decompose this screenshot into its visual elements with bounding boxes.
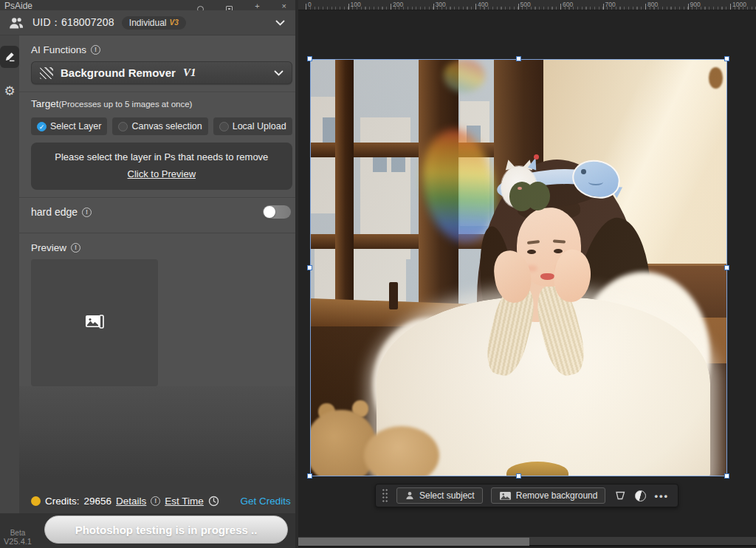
panel-title: PsAide <box>4 2 32 10</box>
plan-badge: Individual V3 <box>122 16 186 30</box>
settings-tool-button[interactable]: ⚙ <box>0 80 19 102</box>
ruler-tick-label: 0 <box>308 1 312 8</box>
pen-icon <box>4 51 16 63</box>
details-link[interactable]: Details <box>116 496 146 507</box>
target-option-label: Select Layer <box>50 121 101 131</box>
divider <box>19 92 301 93</box>
ruler-tick-label: 300 <box>436 1 446 8</box>
chevron-down-icon <box>274 70 284 76</box>
credits-coin-icon <box>31 496 41 506</box>
status-button[interactable]: Photoshop testing is in progress .. <box>44 516 288 544</box>
hard-edge-toggle[interactable] <box>263 205 291 219</box>
remove-background-button[interactable]: Remove background <box>491 487 606 504</box>
info-icon[interactable]: ! <box>71 243 80 253</box>
ruler-tick-label: 800 <box>647 1 658 8</box>
light-overlay <box>310 59 727 476</box>
selection-handle[interactable] <box>724 265 729 270</box>
radio-icon <box>118 122 128 131</box>
hard-edge-label: hard edge <box>31 206 78 218</box>
app-window: PsAide + × UID：618007208 Individual V3 <box>0 0 756 548</box>
horizontal-scrollbar[interactable] <box>298 537 756 547</box>
chevron-down-icon[interactable] <box>275 20 285 26</box>
divider <box>19 233 301 233</box>
plan-version: V3 <box>170 18 179 27</box>
ruler-tick-label: 1000 <box>732 1 746 8</box>
users-icon <box>7 16 25 30</box>
info-icon[interactable]: ! <box>151 496 160 506</box>
layout-icon[interactable] <box>226 6 233 10</box>
hard-edge-row: hard edge ! <box>19 199 301 225</box>
ruler-tick-label: 500 <box>520 1 531 8</box>
selection-handle[interactable] <box>724 56 729 61</box>
adjustment-icon[interactable] <box>635 490 646 501</box>
ruler-tick-label: 600 <box>563 1 573 8</box>
preview-placeholder[interactable] <box>31 259 158 386</box>
ruler-tick-label: 100 <box>351 1 361 8</box>
photoshop-canvas-pane: 01002003004005006007008009001000 <box>295 0 756 548</box>
click-to-preview-link[interactable]: Click to Preview <box>128 168 196 179</box>
target-option-label: Local Upload <box>233 121 286 131</box>
version-block: Beta V25.4.1 <box>1 529 34 546</box>
image-placeholder-icon <box>83 313 106 332</box>
info-icon[interactable]: ! <box>91 45 100 55</box>
ruler: 01002003004005006007008009001000 <box>298 0 756 10</box>
panel-spacer <box>19 386 301 488</box>
target-option-canvas-selection[interactable]: Canvas selection <box>112 117 207 135</box>
panel-content: AI Functions ! Background Remover V1 Tar… <box>19 35 301 513</box>
ai-functions-header: AI Functions ! <box>19 44 301 55</box>
more-options-button[interactable]: ••• <box>654 490 669 501</box>
target-option-label: Canvas selection <box>131 121 202 131</box>
toggle-knob <box>264 206 275 218</box>
function-dropdown[interactable]: Background Remover V1 <box>31 61 292 84</box>
canvas-area[interactable]: Select subject Remove background ••• <box>298 10 756 548</box>
transform-icon[interactable] <box>614 490 627 501</box>
clock-icon <box>208 496 219 507</box>
info-icon[interactable]: ! <box>82 208 92 217</box>
radio-selected-icon: ✓ <box>37 122 47 131</box>
ruler-tick-label: 700 <box>605 1 616 8</box>
selection-handle[interactable] <box>516 56 521 61</box>
edit-tool-button[interactable] <box>0 46 19 68</box>
selection-handle[interactable] <box>307 473 312 479</box>
target-options: ✓Select LayerCanvas selectionLocal Uploa… <box>19 117 301 135</box>
function-stripes-icon <box>40 67 53 79</box>
account-row[interactable]: UID：618007208 Individual V3 <box>0 10 295 35</box>
ruler-tick-label: 900 <box>690 1 701 8</box>
image-icon <box>499 491 512 501</box>
credits-row: Credits: 29656 Details ! Est Time Get Cr… <box>19 488 301 513</box>
uid-label: UID：618007208 <box>32 16 114 30</box>
version-label: V25.4.1 <box>1 537 34 546</box>
selection-handle[interactable] <box>724 473 729 479</box>
add-icon[interactable]: + <box>255 3 259 10</box>
instruction-box: Please select the layer in Ps that needs… <box>31 143 292 190</box>
gear-icon: ⚙ <box>4 85 15 97</box>
get-credits-link[interactable]: Get Credits <box>240 496 290 507</box>
target-option-local-upload[interactable]: Local Upload <box>213 117 292 135</box>
taskbar-drag-handle[interactable] <box>382 488 388 503</box>
radio-icon <box>219 122 229 131</box>
close-icon[interactable]: × <box>282 3 286 10</box>
function-name: Background Remover <box>61 66 176 79</box>
est-time-link[interactable]: Est Time <box>165 496 204 507</box>
credits-label: Credits: <box>45 496 80 507</box>
scrollbar-thumb[interactable] <box>298 538 529 546</box>
selection-handle[interactable] <box>307 56 312 61</box>
contextual-taskbar: Select subject Remove background ••• <box>375 484 678 507</box>
target-option-select-layer[interactable]: ✓Select Layer <box>31 117 107 135</box>
ruler-tick-label: 200 <box>393 1 403 8</box>
psaide-panel: PsAide + × UID：618007208 Individual V3 <box>0 0 295 548</box>
ruler-major-ticks <box>306 4 756 10</box>
beta-label: Beta <box>1 529 34 537</box>
credits-value: 29656 <box>84 496 112 507</box>
photo-layer[interactable] <box>310 59 727 476</box>
target-header: Target (Processes up to 5 images at once… <box>19 98 301 109</box>
function-version: V1 <box>183 66 196 79</box>
select-subject-button[interactable]: Select subject <box>396 487 483 504</box>
ruler-tick-label: 400 <box>478 1 488 8</box>
selection-handle[interactable] <box>516 473 521 479</box>
panel-footer: Beta V25.4.1 Photoshop testing is in pro… <box>0 513 295 548</box>
person-icon <box>405 490 415 501</box>
instruction-text: Please select the layer in Ps that needs… <box>41 151 282 162</box>
selection-handle[interactable] <box>307 265 312 270</box>
panel-titlebar: PsAide + × <box>0 0 295 10</box>
